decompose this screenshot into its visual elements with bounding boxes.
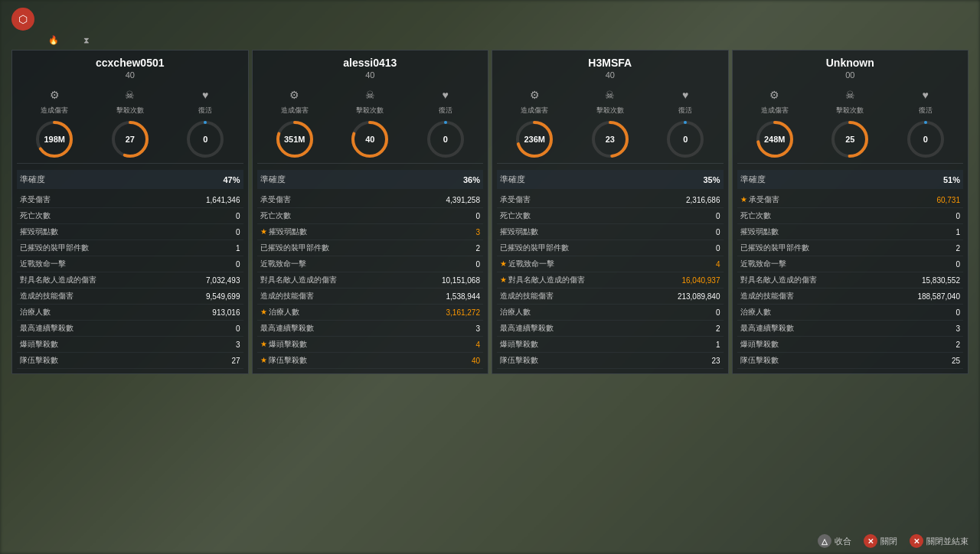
bottom-btn-2[interactable]: ✕關閉並結束 [910,534,969,548]
circle-wrapper-3-1: 25 [829,119,871,160]
circle-value-1-1: 40 [349,119,390,160]
stat-value-0-8: 0 [169,321,243,337]
table-row-2-9: 爆頭擊殺數1 [497,337,724,353]
stat-label-2-5: ★對具名敵人造成的傷害 [497,272,645,288]
stat-value-1-0: 4,391,258 [404,192,483,208]
circle-icon-0-0: ⚙ [50,89,60,101]
circle-stat-3-2: ♥復活0 [905,89,946,160]
stat-label-0-5: 對具名敵人造成的傷害 [17,272,169,288]
circle-wrapper-2-0: 236M [514,119,555,160]
stat-label-0-0: 承受傷害 [17,192,169,208]
circle-label-3-2: 復活 [919,106,933,116]
stat-label-1-4: 近戰致命一擊 [257,256,404,272]
stat-label-0-7: 治療人數 [17,305,169,321]
table-row-3-7: 治療人數0 [737,305,964,321]
table-row-1-2: ★摧毀弱點數3 [257,224,484,240]
table-row-1-0: 承受傷害4,391,258 [257,192,484,208]
table-row-1-1: 死亡次數0 [257,208,484,224]
stats-table-1: 承受傷害4,391,258死亡次數0★摧毀弱點數3已摧毀的裝甲部件數2近戰致命一… [257,192,484,369]
stat-value-2-5: 16,040,937 [645,272,724,288]
table-row-2-0: 承受傷害2,316,686 [497,192,724,208]
stat-value-2-4: 4 [645,256,724,272]
circle-icon-2-1: ☠ [605,89,615,101]
circle-value-1-2: 0 [425,119,466,160]
stat-value-1-5: 10,151,068 [404,272,483,288]
table-row-2-5: ★對具名敵人造成的傷害16,040,937 [497,272,724,288]
accuracy-label-2: 準確度 [500,174,525,185]
star-icon-2-4: ★ [500,259,507,268]
bottom-btn-icon-2: ✕ [910,534,923,548]
bottom-btn-1[interactable]: ✕關閉 [864,534,897,548]
stat-label-0-10: 隊伍擊殺數 [17,353,169,369]
table-row-3-6: 造成的技能傷害188,587,040 [737,288,964,305]
circle-wrapper-3-2: 0 [905,119,946,160]
stat-label-1-6: 造成的技能傷害 [257,288,404,305]
stat-label-1-10: ★隊伍擊殺數 [257,353,404,369]
stat-label-1-0: 承受傷害 [257,192,404,208]
bottom-btn-label-0: 收合 [835,536,851,547]
stat-label-1-7: ★治療人數 [257,305,404,321]
accuracy-value-1: 36% [463,175,480,184]
stat-label-3-2: 摧毀弱點數 [737,224,880,240]
stats-table-3: ★承受傷害60,731死亡次數0摧毀弱點數1已摧毀的裝甲部件數2近戰致命一擊0對… [737,192,964,369]
circle-stat-1-0: ⚙造成傷害351M [274,89,315,160]
stat-label-2-1: 死亡次數 [497,208,645,224]
stat-value-0-10: 27 [169,353,243,369]
stat-label-3-3: 已摧毀的裝甲部件數 [737,240,880,256]
stat-value-0-3: 1 [169,240,243,256]
stat-value-1-1: 0 [404,208,483,224]
circle-stat-0-1: ☠擊殺次數27 [109,89,151,160]
player-name-3: Unknown [737,57,964,69]
stat-value-2-9: 1 [645,337,724,353]
hero-icon: 🔥 [48,35,59,45]
player-name-1: alessi0413 [257,57,484,69]
bottom-btn-0[interactable]: △收合 [818,534,851,548]
stat-label-0-3: 已摧毀的裝甲部件數 [17,240,169,256]
player-card-0: ccxchew050140⚙造成傷害198M☠擊殺次數27♥復活0準確度47%承… [11,50,249,374]
circle-label-2-1: 擊殺次數 [596,106,624,116]
table-row-1-7: ★治療人數3,161,272 [257,305,484,321]
circle-wrapper-2-1: 23 [590,119,631,160]
stat-value-2-0: 2,316,686 [645,192,724,208]
player-level-3: 00 [737,70,964,80]
star-icon-1-10: ★ [260,356,267,364]
circle-label-1-2: 復活 [439,106,452,116]
stat-label-2-9: 爆頭擊殺數 [497,337,645,353]
circle-value-0-1: 27 [109,119,151,160]
player-card-3: Unknown00⚙造成傷害248M☠擊殺次數25♥復活0準確度51%★承受傷害… [732,50,969,374]
stat-label-0-4: 近戰致命一擊 [17,256,169,272]
stat-value-1-10: 40 [404,353,483,369]
circle-wrapper-1-0: 351M [274,119,315,160]
table-row-3-8: 最高連續擊殺數3 [737,321,964,337]
circle-wrapper-0-1: 27 [109,119,151,160]
accuracy-value-0: 47% [223,175,240,184]
mission-meta: 🔥 ⧗ [42,35,969,45]
star-icon-1-9: ★ [260,340,267,348]
circle-wrapper-3-0: 248M [754,119,795,160]
circle-label-1-1: 擊殺次數 [356,106,384,116]
circle-stat-1-1: ☠擊殺次數40 [349,89,390,160]
table-row-2-8: 最高連續擊殺數2 [497,321,724,337]
player-name-0: ccxchew0501 [17,57,243,69]
circle-value-0-0: 198M [34,119,75,160]
table-row-2-3: 已摧毀的裝甲部件數0 [497,240,724,256]
table-row-1-5: 對具名敵人造成的傷害10,151,068 [257,272,484,288]
stat-label-0-1: 死亡次數 [17,208,169,224]
stat-value-2-1: 0 [645,208,724,224]
bottom-btn-label-2: 關閉並結束 [926,536,969,547]
bottom-btn-icon-1: ✕ [864,534,877,548]
header: ⬡ [11,8,969,31]
circle-icon-3-1: ☠ [845,89,855,101]
stat-label-0-2: 摧毀弱點數 [17,224,169,240]
accuracy-label-0: 準確度 [20,174,45,185]
stat-value-3-5: 15,830,552 [879,272,963,288]
stat-label-1-9: ★爆頭擊殺數 [257,337,404,353]
circles-row-3: ⚙造成傷害248M☠擊殺次數25♥復活0 [737,86,964,164]
stat-value-1-2: 3 [404,224,483,240]
table-row-0-1: 死亡次數0 [17,208,243,224]
accuracy-row-2: 準確度35% [497,170,724,189]
stat-label-3-6: 造成的技能傷害 [737,288,880,305]
player-card-1: alessi041340⚙造成傷害351M☠擊殺次數40♥復活0準確度36%承受… [252,50,489,374]
stat-label-1-5: 對具名敵人造成的傷害 [257,272,404,288]
circle-stat-3-0: ⚙造成傷害248M [754,89,795,160]
